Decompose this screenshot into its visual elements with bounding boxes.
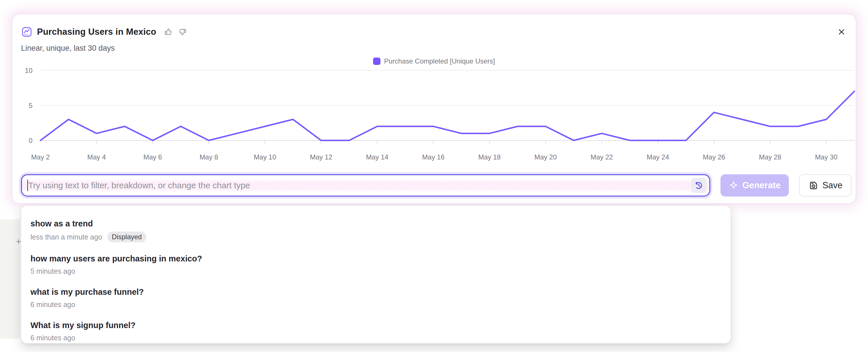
legend-item[interactable]: Purchase Completed [Unique Users] [12, 57, 856, 65]
history-button[interactable] [691, 178, 706, 193]
x-axis-label: May 18 [478, 153, 501, 161]
generate-label: Generate [742, 180, 781, 191]
close-icon [837, 27, 846, 37]
legend-label: Purchase Completed [Unique Users] [384, 57, 495, 65]
history-item[interactable]: what is my purchase funnel?6 minutes ago [21, 281, 731, 314]
x-axis-label: May 30 [815, 153, 838, 161]
history-item-meta: 5 minutes ago [30, 266, 721, 276]
history-item-time: 5 minutes ago [30, 266, 75, 276]
x-axis-label: May 28 [759, 153, 781, 161]
thumbs-up-button[interactable] [164, 27, 173, 36]
history-icon [693, 180, 704, 191]
x-axis-label: May 26 [703, 153, 725, 161]
history-item[interactable]: What is my signup funnel?6 minutes ago [21, 314, 731, 344]
x-axis-label: May 22 [591, 153, 613, 161]
save-label: Save [823, 180, 843, 191]
close-button[interactable] [836, 26, 847, 38]
legend-swatch [373, 58, 380, 65]
displayed-badge: Displayed [107, 231, 146, 242]
feedback-buttons [164, 27, 187, 36]
x-axis-label: May 8 [199, 153, 218, 161]
history-item-meta: less than a minute agoDisplayed [30, 231, 721, 242]
x-axis-label: May 4 [87, 153, 106, 161]
x-axis-label: May 10 [254, 153, 276, 161]
y-axis-label: 5 [29, 102, 32, 109]
ai-prompt-input[interactable] [22, 175, 709, 196]
thumbs-down-button[interactable] [178, 27, 187, 36]
x-axis-label: May 12 [310, 153, 332, 161]
history-item[interactable]: show as a trendless than a minute agoDis… [21, 213, 731, 248]
history-dropdown: show as a trendless than a minute agoDis… [21, 205, 731, 344]
history-item-meta: 6 minutes ago [30, 300, 721, 309]
add-button[interactable]: + [16, 237, 21, 246]
sparkle-icon [729, 181, 738, 190]
page: + Purchasing Users in Mexico [0, 0, 868, 352]
chart-data-line [40, 91, 854, 140]
line-chart-svg: 0510May 2May 4May 6May 8May 10May 12May … [21, 65, 856, 165]
text-caret [27, 180, 28, 191]
history-item-query: how many users are purchasing in mexico? [30, 253, 721, 264]
composer-row: Generate Save [21, 174, 851, 196]
chart-subtitle: Linear, unique, last 30 days [21, 44, 115, 53]
history-item-query: what is my purchase funnel? [30, 287, 721, 297]
ai-chart-card: Purchasing Users in Mexico [12, 14, 856, 203]
history-item-meta: 6 minutes ago [30, 333, 721, 342]
history-item-time: 6 minutes ago [30, 300, 75, 309]
x-axis-label: May 14 [366, 153, 389, 161]
card-header: Purchasing Users in Mexico [21, 25, 847, 39]
save-icon [808, 180, 818, 191]
history-item[interactable]: how many users are purchasing in mexico?… [21, 248, 731, 281]
x-axis-label: May 2 [31, 153, 50, 161]
x-axis-label: May 24 [647, 153, 669, 161]
insights-chart-icon [21, 26, 32, 38]
history-item-time: less than a minute ago [30, 232, 102, 242]
y-axis-label: 10 [25, 67, 32, 74]
save-button[interactable]: Save [799, 174, 851, 196]
history-item-time: 6 minutes ago [30, 333, 75, 342]
ai-prompt-field [21, 174, 710, 196]
history-item-query: show as a trend [30, 218, 721, 229]
history-item-query: What is my signup funnel? [30, 320, 721, 331]
x-axis-label: May 16 [422, 153, 444, 161]
generate-button[interactable]: Generate [720, 174, 789, 196]
x-axis-label: May 20 [534, 153, 557, 161]
x-axis-label: May 6 [144, 153, 162, 161]
y-axis-label: 0 [29, 137, 32, 145]
page-title: Purchasing Users in Mexico [37, 27, 156, 37]
